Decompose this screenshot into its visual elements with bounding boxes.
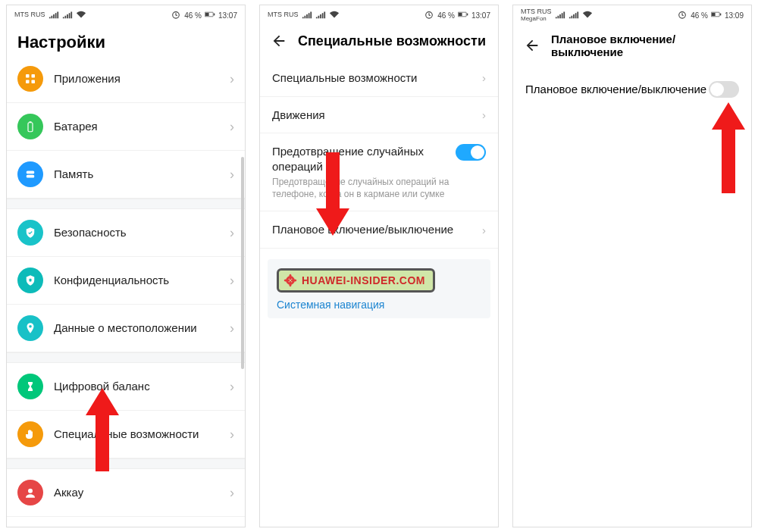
section-divider — [7, 352, 245, 363]
clock-time: 13:07 — [218, 11, 237, 20]
list-item-location[interactable]: Данные о местоположении › — [7, 305, 245, 352]
list-item-label: Плановое включение/выключение — [272, 223, 453, 236]
list-item-label: Конфиденциальность — [54, 274, 224, 288]
list-item-label: Специальные возможности — [54, 427, 224, 442]
section-divider — [7, 458, 245, 469]
toggle-pocket-protection[interactable] — [456, 144, 486, 161]
battery-icon — [711, 10, 722, 20]
svg-point-14 — [28, 489, 33, 493]
signal-icon — [555, 10, 565, 20]
toggle-label: Плановое включение/выключение — [525, 82, 709, 97]
shield-icon — [17, 220, 43, 246]
list-item-label: Безопасность — [54, 226, 224, 240]
storage-icon — [17, 161, 43, 187]
carrier-text: MTS RUS MegaFon — [521, 8, 552, 23]
apps-icon — [17, 66, 43, 92]
chevron-right-icon: › — [230, 167, 234, 183]
signal-icon — [302, 10, 312, 20]
phone-screen-accessibility: MTS RUS 46 % 13:07 Специальные возможнос… — [259, 5, 499, 527]
chevron-right-icon: › — [482, 224, 486, 236]
svg-rect-3 — [214, 14, 215, 16]
list-item-apps[interactable]: Приложения › — [7, 63, 245, 103]
list-item-description: Предотвращение случайных операций на тел… — [272, 176, 456, 200]
list-item-label: Аккау — [54, 486, 224, 500]
system-navigation-link[interactable]: Системная навигация — [277, 299, 481, 311]
wifi-icon — [329, 10, 340, 20]
list-item-digital-balance[interactable]: Цифровой баланс › — [7, 363, 245, 411]
list-item-google[interactable]: Google › — [7, 517, 245, 527]
section-divider — [7, 199, 245, 209]
signal-icon — [315, 10, 326, 20]
svg-rect-10 — [27, 171, 35, 174]
back-icon[interactable] — [524, 37, 540, 54]
battery-percent: 46 % — [184, 11, 202, 20]
svg-rect-20 — [467, 14, 468, 16]
list-item-accessibility[interactable]: Специальные возможности › — [260, 60, 498, 97]
svg-rect-5 — [32, 74, 36, 78]
chevron-right-icon: › — [230, 71, 234, 87]
signal-icon — [62, 10, 73, 20]
hand-icon — [17, 421, 43, 447]
chevron-right-icon: › — [230, 273, 234, 289]
phone-screen-scheduled-power: MTS RUS MegaFon 46 % 13:09 Плановое вклю… — [512, 5, 752, 527]
carrier-text: MTS RUS — [14, 11, 45, 19]
clock-time: 13:07 — [471, 11, 490, 20]
alarm-icon — [171, 10, 181, 20]
list-item-label: Предотвращение случайных операций — [272, 144, 456, 174]
user-icon — [17, 480, 43, 505]
list-item-accessibility[interactable]: Специальные возможности › — [7, 411, 245, 458]
list-item-label: Батарея — [54, 120, 224, 134]
lock-icon — [17, 268, 43, 293]
list-item-label: Данные о местоположении — [54, 321, 224, 336]
signal-icon — [49, 10, 59, 20]
huawei-logo-icon — [283, 274, 297, 287]
list-item-label: Движения — [272, 108, 325, 121]
page-title: Плановое включение/выключение — [551, 33, 741, 58]
alarm-icon — [424, 10, 434, 20]
back-icon[interactable] — [271, 33, 287, 49]
list-item-motions[interactable]: Движения › — [260, 97, 498, 134]
svg-rect-31 — [712, 13, 716, 16]
svg-rect-19 — [459, 13, 462, 16]
battery-icon — [17, 114, 43, 139]
arrow-annotation-icon — [712, 102, 745, 193]
list-item-privacy[interactable]: Конфиденциальность › — [7, 257, 245, 305]
list-item-storage[interactable]: Память › — [7, 151, 245, 199]
list-item-accounts[interactable]: Аккау › — [7, 469, 245, 517]
battery-percent: 46 % — [437, 11, 455, 20]
toggle-row-scheduled-power[interactable]: Плановое включение/выключение — [513, 69, 751, 110]
battery-icon — [458, 10, 468, 20]
svg-rect-32 — [720, 14, 721, 16]
list-item-label: Приложения — [54, 72, 224, 86]
chevron-right-icon: › — [230, 321, 234, 336]
svg-rect-9 — [30, 121, 32, 123]
header: Специальные возможности — [260, 25, 498, 60]
toggle-scheduled-power[interactable] — [709, 81, 739, 98]
phone-screen-settings: MTS RUS 46 % 13:07 Настройки Приложения … — [6, 5, 246, 527]
chevron-right-icon: › — [230, 119, 234, 135]
wifi-icon — [76, 10, 86, 20]
chevron-right-icon: › — [230, 225, 234, 241]
chevron-right-icon: › — [482, 108, 486, 121]
list-item-battery[interactable]: Батарея › — [7, 103, 245, 151]
list-item-scheduled-power[interactable]: Плановое включение/выключение › — [260, 211, 498, 249]
list-item-label: Специальные возможности — [272, 71, 418, 84]
list-item-security[interactable]: Безопасность › — [7, 209, 245, 257]
promo-block: HUAWEI-INSIDER.COM Системная навигация — [268, 259, 490, 318]
location-icon — [17, 315, 43, 341]
list-item-label: Память — [54, 167, 224, 182]
svg-rect-7 — [32, 80, 36, 84]
page-title: Специальные возможности — [298, 33, 486, 49]
scrollbar[interactable] — [241, 157, 244, 369]
chevron-right-icon: › — [482, 71, 486, 84]
signal-icon — [568, 10, 579, 20]
page-title: Настройки — [7, 25, 245, 63]
badge-text: HUAWEI-INSIDER.COM — [302, 274, 425, 286]
svg-point-13 — [29, 325, 32, 328]
svg-rect-2 — [205, 13, 209, 16]
header: Плановое включение/выключение — [513, 25, 751, 69]
status-bar: MTS RUS 46 % 13:07 — [260, 5, 498, 25]
carrier-text: MTS RUS — [268, 11, 299, 19]
chevron-right-icon: › — [230, 427, 234, 443]
list-item-pocket-protection[interactable]: Предотвращение случайных операций Предот… — [260, 133, 498, 211]
